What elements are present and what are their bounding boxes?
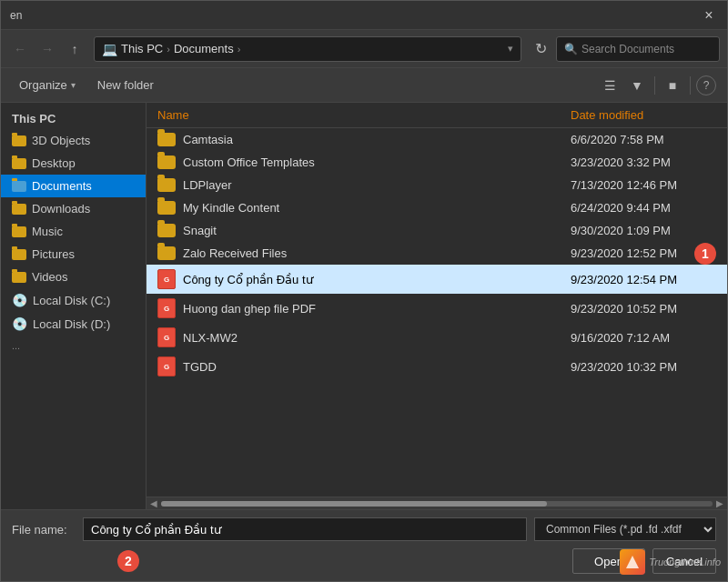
horizontal-scrollbar[interactable]: ◀ ▶ — [147, 497, 727, 509]
badge-2: 2 — [117, 550, 139, 572]
sidebar-label-documents: Documents — [32, 179, 92, 193]
file-date-huong-dan: 9/23/2020 10:52 PM — [571, 302, 716, 316]
breadcrumb-thispc: This PC — [121, 42, 163, 55]
sidebar-label-local-c: Local Disk (C:) — [33, 294, 110, 307]
file-date-camtasia: 6/6/2020 7:58 PM — [571, 133, 716, 146]
file-date-snagit: 9/30/2020 1:09 PM — [571, 224, 716, 237]
toolbar: Organize ▾ New folder ☰ ▼ ■ ? — [1, 68, 727, 103]
folder-icon — [157, 201, 176, 215]
window-title: en — [10, 9, 22, 22]
help-button[interactable]: ? — [696, 75, 716, 95]
filename-label: File name: — [12, 523, 76, 537]
folder-icon — [12, 226, 26, 237]
view-dropdown-button[interactable]: ▼ — [625, 74, 649, 97]
file-row-nlx-mw2[interactable]: G NLX-MW2 9/16/2020 7:12 AM — [147, 323, 727, 352]
sidebar-item-documents[interactable]: Documents — [1, 175, 146, 197]
toolbar-divider — [654, 76, 655, 95]
forward-button[interactable]: → — [35, 37, 59, 61]
folder-icon — [157, 178, 176, 192]
sidebar-item-local-c[interactable]: 💿 Local Disk (C:) — [1, 288, 146, 312]
scroll-thumb — [161, 501, 547, 507]
file-name-nlx-mw2: NLX-MW2 — [183, 331, 238, 345]
column-date-header[interactable]: Date modified — [571, 108, 716, 122]
sidebar-label-3d-objects: 3D Objects — [32, 134, 90, 147]
sidebar-item-more[interactable]: ... — [1, 336, 146, 356]
sidebar-item-3d-objects[interactable]: 3D Objects — [1, 129, 146, 152]
file-date-custom-office: 3/23/2020 3:32 PM — [571, 156, 716, 169]
watermark-text: Truongthinh.info — [649, 557, 721, 567]
file-name-ldplayer: LDPlayer — [183, 178, 231, 192]
sidebar-label-downloads: Downloads — [32, 202, 90, 216]
drive-icon-d: 💿 — [12, 316, 27, 331]
file-row-ldplayer[interactable]: LDPlayer 7/13/2020 12:46 PM — [147, 174, 727, 196]
new-folder-button[interactable]: New folder — [90, 75, 161, 95]
file-date-tgdd: 9/23/2020 10:32 PM — [571, 360, 716, 374]
footer: File name: Common Files (*.pd .fd .xfdf … — [1, 509, 727, 581]
file-name-congty: Công ty Cổ phần Đầu tư — [183, 273, 313, 286]
pane-button[interactable]: ■ — [661, 74, 684, 97]
folder-icon — [157, 133, 176, 146]
file-name-custom-office: Custom Office Templates — [183, 156, 315, 169]
file-date-nlx-mw2: 9/16/2020 7:12 AM — [571, 331, 716, 345]
file-name-zalo: Zalo Received Files — [183, 246, 287, 260]
search-icon: 🔍 — [564, 43, 578, 55]
watermark-icon — [620, 549, 645, 575]
file-row-huong-dan[interactable]: G Huong dan ghep file PDF 9/23/2020 10:5… — [147, 294, 727, 323]
close-button[interactable]: × — [700, 6, 718, 25]
sidebar-label-desktop: Desktop — [32, 156, 76, 170]
view-list-button[interactable]: ☰ — [598, 74, 622, 97]
sidebar-label-pictures: Pictures — [32, 247, 75, 261]
file-row-congty[interactable]: G Công ty Cổ phần Đầu tư 9/23/2020 12:54… — [147, 265, 727, 294]
sidebar-item-desktop[interactable]: Desktop — [1, 152, 146, 175]
file-row-custom-office[interactable]: Custom Office Templates 3/23/2020 3:32 P… — [147, 151, 727, 174]
drive-icon-c: 💿 — [12, 293, 27, 307]
main-area: This PC 3D Objects Desktop Documents Dow… — [1, 103, 727, 509]
folder-icon — [157, 224, 176, 237]
file-dialog-window: en × ← → ↑ 💻 This PC › Documents › ▾ ↻ 🔍… — [0, 0, 728, 582]
scroll-track — [161, 501, 713, 507]
sidebar-label-local-d: Local Disk (D:) — [33, 317, 110, 331]
file-row-camtasia[interactable]: Camtasia 6/6/2020 7:58 PM — [147, 128, 727, 151]
folder-icon — [157, 246, 176, 260]
pdf-icon: G — [157, 298, 176, 318]
search-bar[interactable]: 🔍 Search Documents — [556, 36, 720, 62]
file-name-kindle: My Kindle Content — [183, 201, 279, 215]
sidebar-label-videos: Videos — [32, 270, 68, 284]
toolbar-divider2 — [690, 76, 691, 95]
file-row-tgdd[interactable]: G TGDD 9/23/2020 10:32 PM — [147, 352, 727, 381]
pdf-icon: G — [157, 269, 176, 289]
folder-icon — [12, 135, 26, 146]
file-name-tgdd: TGDD — [183, 360, 217, 374]
file-date-ldplayer: 7/13/2020 12:46 PM — [571, 178, 716, 192]
sidebar-section-title: This PC — [1, 103, 146, 129]
sidebar-item-pictures[interactable]: Pictures — [1, 243, 146, 266]
sidebar-label-music: Music — [32, 225, 63, 238]
footer-buttons: Open Cancel 2 — [12, 548, 716, 574]
address-bar[interactable]: 💻 This PC › Documents › ▾ — [94, 36, 521, 62]
organize-label: Organize — [19, 78, 67, 92]
badge-1: 1 — [694, 243, 716, 265]
pdf-icon: G — [157, 327, 176, 347]
refresh-button[interactable]: ↻ — [529, 37, 552, 61]
filename-input[interactable] — [83, 517, 527, 541]
folder-icon — [12, 204, 26, 215]
sidebar-item-music[interactable]: Music — [1, 220, 146, 243]
folder-icon — [12, 249, 26, 260]
filetype-select[interactable]: Common Files (*.pd .fd .xfdf — [534, 517, 716, 541]
column-name-header[interactable]: Name — [157, 108, 571, 122]
new-folder-label: New folder — [97, 78, 154, 92]
file-row-snagit[interactable]: Snagit 9/30/2020 1:09 PM — [147, 219, 727, 242]
footer-filename-row: File name: Common Files (*.pd .fd .xfdf — [12, 517, 716, 541]
organize-button[interactable]: Organize ▾ — [12, 75, 83, 95]
back-button[interactable]: ← — [8, 37, 32, 61]
sidebar-item-videos[interactable]: Videos — [1, 266, 146, 288]
file-row-zalo[interactable]: Zalo Received Files 9/23/2020 12:52 PM 1 — [147, 242, 727, 265]
sidebar-item-local-d[interactable]: 💿 Local Disk (D:) — [1, 312, 146, 336]
up-button[interactable]: ↑ — [63, 37, 86, 61]
sidebar-item-downloads[interactable]: Downloads — [1, 197, 146, 220]
navigation-bar: ← → ↑ 💻 This PC › Documents › ▾ ↻ 🔍 Sear… — [1, 30, 727, 68]
file-row-kindle[interactable]: My Kindle Content 6/24/2020 9:44 PM — [147, 196, 727, 219]
file-name-snagit: Snagit — [183, 224, 217, 237]
breadcrumb-documents: Documents — [174, 42, 234, 55]
address-dropdown-arrow[interactable]: ▾ — [508, 43, 513, 55]
